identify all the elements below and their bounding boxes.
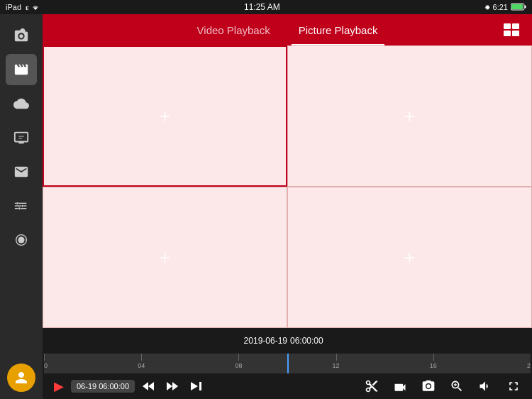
multiview-button[interactable] [499,21,523,39]
timeline-date: 2019-06-19 [244,336,287,346]
sidebar-item-film[interactable] [6,54,37,85]
svg-rect-25 [199,382,201,390]
svg-rect-16 [504,23,511,29]
ipad-label: iPad [6,3,21,11]
header-right [499,21,523,39]
status-bar: iPad 𝛆 11:25 AM ✹ 6:21 [0,0,532,14]
cell-plus-1: + [159,105,170,128]
cell-plus-4: + [404,246,415,269]
timeline-area: 2019-06-19 06:00:00 00 04 08 12 16 20 ▶ … [43,328,532,399]
skip-forward-button[interactable] [186,378,207,394]
video-cell-2[interactable]: + [287,45,532,187]
sidebar-item-record[interactable] [6,224,37,256]
play-button[interactable]: ▶ [50,377,68,395]
fullscreen-button[interactable] [502,376,525,396]
fast-forward-button[interactable] [162,378,183,394]
volume-button[interactable] [474,376,497,396]
svg-marker-22 [167,382,172,390]
video-cell-3[interactable]: + [43,187,287,328]
cut-button[interactable] [360,376,383,396]
svg-rect-3 [18,136,23,137]
timeline-top: 2019-06-19 06:00:00 [43,328,532,354]
svg-marker-21 [148,382,154,390]
battery-time: 6:21 [493,3,508,11]
svg-rect-4 [18,138,22,139]
svg-rect-18 [504,31,511,36]
svg-rect-2 [511,4,523,9]
svg-rect-1 [525,5,526,8]
battery-icon [511,3,526,12]
rewind-button[interactable] [138,378,159,394]
snapshot-button[interactable] [417,376,440,396]
cell-plus-2: + [404,105,415,128]
status-right: ✹ 6:21 [484,3,526,12]
wifi-icon: 𝛆 [26,3,40,12]
sidebar-item-camera[interactable] [6,20,37,51]
user-avatar[interactable] [7,364,35,392]
timeline-track[interactable]: 00 04 08 12 16 20 [44,354,531,373]
svg-point-11 [18,207,21,209]
status-left: iPad 𝛆 [6,3,40,12]
sidebar-item-settings[interactable] [6,190,37,222]
controls-left: ▶ 06-19 06:00:00 [50,377,207,395]
svg-marker-24 [191,382,198,390]
video-cell-1[interactable]: + [43,45,287,187]
svg-point-15 [18,236,24,243]
svg-marker-23 [172,382,178,390]
svg-rect-19 [512,31,519,36]
cell-plus-3: + [159,246,170,269]
video-record-button[interactable] [389,377,411,395]
controls-right [360,376,525,396]
svg-rect-17 [512,23,519,29]
video-cell-4[interactable]: + [287,187,532,328]
header: Video Playback Picture Playback [43,14,532,45]
time-display: 06-19 06:00:00 [71,380,135,393]
timeline-time: 06:00:00 [290,336,323,346]
tab-video-playback[interactable]: Video Playback [183,14,284,45]
video-grid: + + + + [43,45,532,328]
svg-point-5 [16,202,18,204]
tab-picture-playback[interactable]: Picture Playback [284,14,392,45]
svg-point-8 [21,205,23,207]
timeline-playhead[interactable] [287,354,289,373]
status-time: 11:25 AM [244,2,280,12]
zoom-button[interactable] [445,376,468,396]
sidebar-item-mail[interactable] [6,156,37,187]
sidebar-item-display[interactable] [6,122,37,153]
svg-marker-20 [143,382,148,390]
sidebar [0,14,43,399]
controls-bar: ▶ 06-19 06:00:00 [43,373,532,399]
bluetooth-icon: ✹ [484,4,490,11]
sidebar-item-cloud[interactable] [6,88,37,119]
